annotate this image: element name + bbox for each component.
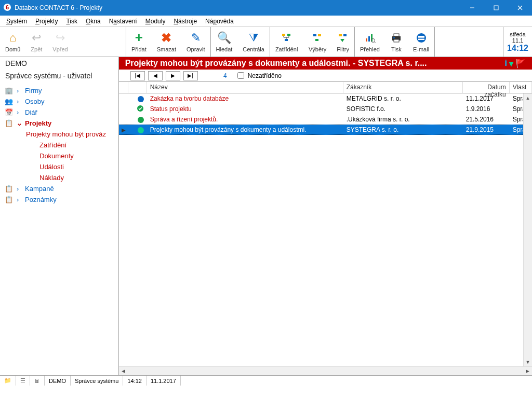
- chevron-right-icon: ›: [17, 196, 22, 203]
- home-icon: ⌂: [9, 31, 16, 45]
- table-row[interactable]: Zakázka na tvorbu databázeMETALGRID s. r…: [119, 93, 532, 104]
- print-button[interactable]: Tisk: [385, 27, 408, 57]
- maximize-button[interactable]: [484, 0, 508, 16]
- pager-last-button[interactable]: ▶|: [183, 71, 198, 80]
- window-title: Databox CONTACT 6 - Projekty: [15, 4, 102, 11]
- column-owner[interactable]: Vlast: [510, 82, 532, 93]
- people-icon: 👥: [4, 98, 14, 105]
- sidebar-item-current-project[interactable]: Projekty mohou být prováz: [0, 129, 118, 140]
- scroll-right-icon[interactable]: ▶: [523, 367, 532, 375]
- home-button[interactable]: ⌂Domů: [0, 27, 25, 57]
- cell-name: Status projektu: [147, 105, 343, 113]
- sidebar-item-persons[interactable]: 👥›Osoby: [0, 96, 118, 107]
- cell-customer: .Ukázková firma s. r. o.: [343, 116, 463, 123]
- statusbar: 📁 ☰ 🖩 DEMO Správce systému 14:12 11.1.20…: [0, 375, 532, 386]
- add-button[interactable]: +Přidat: [126, 27, 152, 57]
- banner-info-icon[interactable]: i: [505, 59, 507, 68]
- status-folder-icon[interactable]: 📁: [0, 376, 16, 386]
- data-grid[interactable]: Zakázka na tvorbu databázeMETALGRID s. r…: [119, 93, 532, 366]
- status-date: 11.1.2017: [147, 376, 181, 386]
- column-name[interactable]: Název: [147, 82, 343, 93]
- scroll-up-icon[interactable]: ▲: [524, 93, 532, 102]
- classify-button[interactable]: Zatřídění: [270, 27, 303, 57]
- table-row[interactable]: ▶Projekty mohou být provázány s dokument…: [119, 125, 532, 135]
- svg-rect-13: [343, 34, 347, 36]
- funnel-icon: ⧩: [249, 31, 258, 45]
- sidebar-item-firms[interactable]: 🏢›Firmy: [0, 85, 118, 96]
- sidebar-item-events[interactable]: Události: [0, 161, 118, 172]
- filters-button[interactable]: Filtry: [331, 27, 354, 57]
- svg-text:6: 6: [6, 4, 9, 10]
- menu-projects[interactable]: Projekty: [31, 17, 62, 26]
- horizontal-scrollbar[interactable]: ◀ ▶: [119, 366, 532, 375]
- sidebar-item-diary[interactable]: 📅›Diář: [0, 107, 118, 118]
- grid-header: Název Zákazník Datum začátku Vlast: [119, 82, 532, 93]
- scroll-down-icon[interactable]: ▼: [524, 358, 532, 366]
- column-customer[interactable]: Zákazník: [343, 82, 463, 93]
- banner-flag-icon[interactable]: 🚩: [515, 59, 526, 68]
- column-start-date[interactable]: Datum začátku: [463, 82, 510, 93]
- svg-rect-8: [285, 39, 288, 41]
- menu-tools[interactable]: Nástroje: [169, 17, 201, 26]
- svg-rect-21: [394, 39, 399, 42]
- date-indicator: středa 11.1 14:12: [503, 27, 532, 57]
- sidebar: DEMO Správce systému - uživatel 🏢›Firmy …: [0, 57, 119, 375]
- banner-down-icon[interactable]: ▾: [509, 59, 513, 68]
- menu-system[interactable]: Systém: [2, 17, 31, 26]
- unclassified-checkbox[interactable]: Nezatříděno: [235, 71, 282, 80]
- sidebar-item-projects[interactable]: 📋⌄Projekty: [0, 118, 118, 129]
- sidebar-app: DEMO: [0, 57, 118, 70]
- cell-customer: METALGRID s. r. o.: [343, 95, 463, 102]
- svg-rect-10: [318, 34, 321, 36]
- status-list-icon[interactable]: ☰: [16, 376, 30, 386]
- cell-date: 21.9.2015: [463, 126, 510, 133]
- back-arrow-icon: ↩: [32, 31, 41, 45]
- sidebar-item-classify[interactable]: Zatřídění: [0, 140, 118, 150]
- sidebar-item-costs[interactable]: Náklady: [0, 172, 118, 183]
- cell-name: Zakázka na tvorbu databáze: [147, 95, 343, 102]
- pager-next-button[interactable]: ▶: [166, 71, 180, 80]
- selections-button[interactable]: Výběry: [303, 27, 331, 57]
- email-icon: [416, 31, 427, 45]
- pager-prev-button[interactable]: ◀: [148, 71, 163, 80]
- central-button[interactable]: ⧩Centrála: [237, 27, 270, 57]
- overview-button[interactable]: Přehled: [355, 27, 385, 57]
- chevron-down-icon: ⌄: [17, 119, 22, 127]
- vertical-scrollbar[interactable]: ▲ ▼: [523, 93, 532, 366]
- minimize-button[interactable]: [460, 0, 484, 16]
- plus-icon: +: [135, 31, 143, 45]
- sidebar-item-campaigns[interactable]: 📋›Kampaně: [0, 183, 118, 194]
- svg-rect-14: [366, 38, 367, 42]
- sidebar-item-notes[interactable]: 📋›Poznámky: [0, 194, 118, 205]
- cell-date: 1.9.2016: [463, 105, 510, 113]
- menu-settings[interactable]: Nastavení: [105, 17, 141, 26]
- forward-button[interactable]: ↪Vpřed: [47, 27, 73, 57]
- table-row[interactable]: Správa a řízení projektů..Ukázková firma…: [119, 114, 532, 125]
- main-menubar: Systém Projekty Tisk Okna Nastavení Modu…: [0, 16, 532, 27]
- status-env: DEMO: [45, 376, 71, 386]
- edit-button[interactable]: ✎Opravit: [181, 27, 210, 57]
- calendar-icon: 📅: [4, 108, 14, 116]
- app-icon: 6: [3, 3, 11, 13]
- svg-rect-9: [313, 34, 316, 36]
- delete-button[interactable]: ✖Smazat: [152, 27, 181, 57]
- menu-help[interactable]: Nápověda: [201, 17, 238, 26]
- svg-rect-15: [368, 36, 370, 42]
- record-count: 4: [201, 72, 232, 79]
- svg-rect-12: [339, 34, 342, 36]
- scroll-left-icon[interactable]: ◀: [119, 367, 128, 375]
- close-button[interactable]: [508, 0, 532, 16]
- sidebar-item-documents[interactable]: Dokumenty: [0, 150, 118, 161]
- menu-windows[interactable]: Okna: [82, 17, 105, 26]
- menu-modules[interactable]: Moduly: [141, 17, 170, 26]
- svg-rect-22: [393, 37, 395, 38]
- email-button[interactable]: E-mail: [408, 27, 434, 57]
- find-button[interactable]: 🔍Hledat: [211, 27, 238, 57]
- back-button[interactable]: ↩Zpět: [25, 27, 47, 57]
- chevron-right-icon: ›: [17, 87, 22, 94]
- pager-first-button[interactable]: |◀: [130, 71, 145, 80]
- menu-print[interactable]: Tisk: [62, 17, 82, 26]
- svg-rect-20: [394, 34, 399, 36]
- table-row[interactable]: Status projektuSOFISTIC f.o.1.9.2016Sprá…: [119, 104, 532, 114]
- status-calc-icon[interactable]: 🖩: [30, 376, 45, 386]
